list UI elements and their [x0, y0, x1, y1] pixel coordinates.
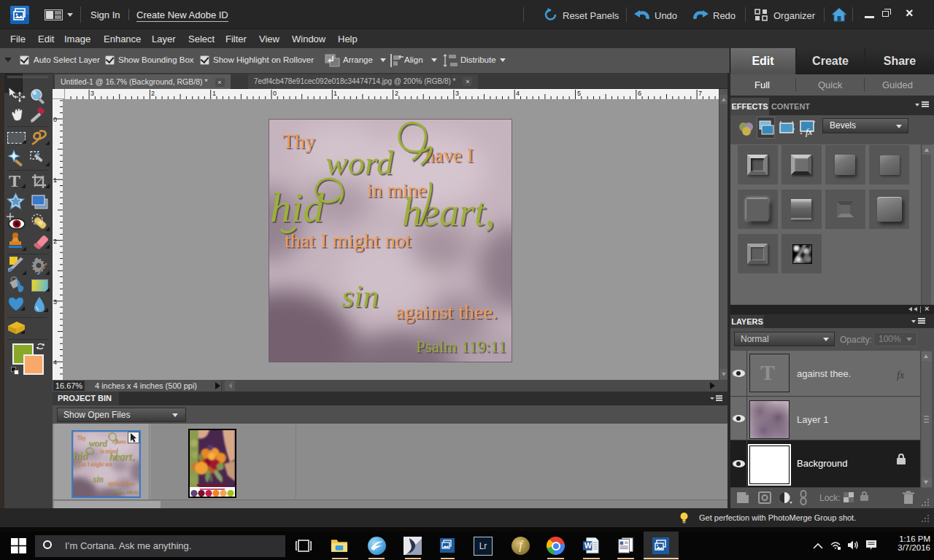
svg-text:5: 5 [577, 90, 581, 97]
svg-text:6: 6 [638, 90, 641, 97]
svg-text:W: W [584, 541, 592, 550]
svg-text:1: 1 [333, 90, 337, 97]
svg-text:2: 2 [151, 90, 155, 97]
svg-text:fx: fx [806, 126, 813, 137]
svg-text:3: 3 [455, 90, 459, 97]
svg-text:2: 2 [395, 90, 398, 97]
svg-text:3: 3 [53, 298, 57, 306]
svg-text:4: 4 [516, 90, 520, 97]
svg-text:7: 7 [698, 90, 702, 97]
svg-text:0: 0 [53, 116, 57, 123]
svg-text:0: 0 [273, 90, 277, 97]
svg-text:1: 1 [212, 90, 216, 97]
svg-text:2: 2 [53, 238, 57, 245]
svg-text:4: 4 [53, 359, 57, 366]
svg-text:1: 1 [53, 176, 57, 184]
svg-text:3: 3 [90, 90, 94, 97]
